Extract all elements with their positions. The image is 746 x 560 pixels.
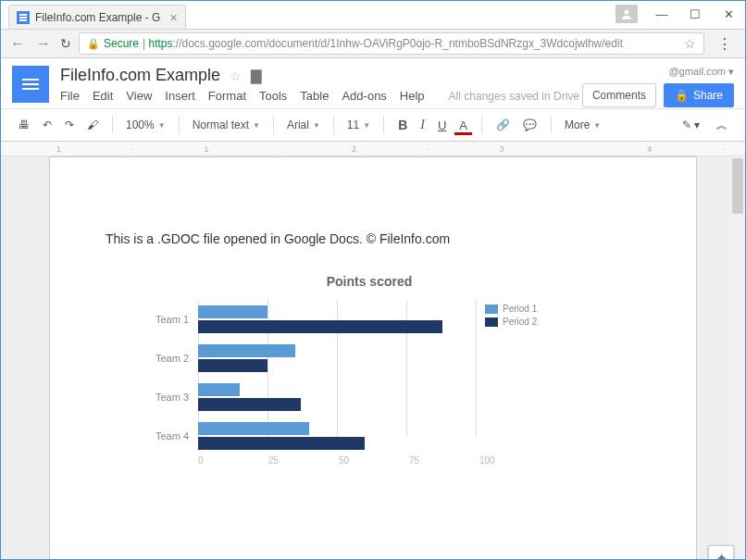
browser-titlebar: FileInfo.com Example - G × — ☐ ✕ [1, 1, 745, 29]
tab-title: FileInfo.com Example - G [35, 11, 160, 24]
undo-icon[interactable]: ↶ [38, 115, 56, 135]
svg-point-0 [625, 10, 629, 15]
zoom-dropdown[interactable]: 100%▼ [122, 117, 169, 133]
menu-help[interactable]: Help [400, 89, 425, 103]
explore-button[interactable]: ✦ [708, 545, 734, 560]
forward-button[interactable]: → [34, 35, 53, 52]
chart-category-label: Team 1 [143, 314, 198, 325]
url-path: ://docs.google.com/document/d/1Inhw-OAVi… [173, 37, 623, 50]
menu-view[interactable]: View [126, 89, 152, 103]
docs-header: FileInfo.com Example ☆ ▇ File Edit View … [1, 58, 745, 103]
chart-row: Team 2 [143, 339, 485, 378]
docs-logo-icon[interactable] [12, 66, 49, 103]
docs-favicon [17, 11, 30, 24]
chart-category-label: Team 4 [143, 430, 198, 442]
comment-icon[interactable]: 💬 [518, 115, 541, 135]
close-tab-icon[interactable]: × [169, 10, 177, 25]
font-dropdown[interactable]: Arial▼ [283, 117, 324, 133]
browser-menu-icon[interactable]: ⋮ [712, 35, 738, 53]
lock-share-icon: 🔒 [675, 89, 689, 102]
bookmark-star-icon[interactable]: ☆ [684, 36, 696, 51]
chart-bar [198, 344, 295, 357]
menu-edit[interactable]: Edit [93, 89, 113, 103]
paint-format-icon[interactable]: 🖌 [82, 115, 103, 135]
chart-category-label: Team 2 [143, 353, 198, 364]
document-title[interactable]: FileInfo.com Example [60, 66, 220, 85]
redo-icon[interactable]: ↷ [60, 115, 79, 135]
more-dropdown[interactable]: More▼ [561, 117, 604, 133]
legend-item: Period 2 [485, 317, 550, 327]
legend-item: Period 1 [485, 304, 550, 314]
window-controls: — ☐ ✕ [615, 1, 745, 27]
editing-mode-icon[interactable]: ✎ ▾ [678, 115, 704, 135]
minimize-button[interactable]: — [645, 1, 678, 27]
browser-tab[interactable]: FileInfo.com Example - G × [8, 5, 186, 29]
reload-button[interactable]: ↻ [60, 36, 71, 51]
italic-button[interactable]: I [416, 114, 429, 136]
menu-table[interactable]: Table [300, 89, 329, 103]
bold-button[interactable]: B [393, 114, 412, 136]
text-color-button[interactable]: A [454, 115, 472, 135]
close-window-button[interactable]: ✕ [712, 1, 745, 27]
chart-bar [198, 422, 309, 435]
menu-tools[interactable]: Tools [259, 89, 287, 103]
menu-addons[interactable]: Add-ons [342, 89, 386, 103]
url-protocol: https [148, 37, 172, 50]
back-button[interactable]: ← [8, 35, 27, 52]
chart-x-axis: 0255075100 [198, 455, 550, 466]
chart-plot: Team 1Team 2Team 3Team 4 [143, 300, 485, 455]
secure-label: Secure [104, 37, 139, 50]
menu-file[interactable]: File [60, 89, 80, 103]
menu-format[interactable]: Format [208, 89, 246, 103]
print-icon[interactable]: 🖶 [14, 115, 34, 135]
maximize-button[interactable]: ☐ [678, 1, 712, 27]
page[interactable]: This is a .GDOC file opened in Google Do… [49, 156, 697, 560]
lock-icon: 🔒 [87, 38, 100, 50]
ruler[interactable]: 1·1·2·3·4·5·6·7 [1, 142, 745, 156]
menu-insert[interactable]: Insert [165, 89, 195, 103]
address-bar: ← → ↻ 🔒 Secure | https ://docs.google.co… [1, 29, 745, 58]
comments-button[interactable]: Comments [582, 83, 656, 107]
url-input[interactable]: 🔒 Secure | https ://docs.google.com/docu… [79, 32, 704, 55]
chart-bar [198, 383, 240, 396]
underline-button[interactable]: U [433, 115, 451, 136]
user-icon[interactable] [615, 5, 638, 23]
chart-category-label: Team 3 [143, 392, 198, 403]
chart-row: Team 1 [143, 300, 485, 339]
scrollbar[interactable] [730, 156, 745, 560]
chart-row: Team 3 [143, 378, 485, 417]
star-doc-icon[interactable]: ☆ [230, 68, 242, 83]
link-icon[interactable]: 🔗 [491, 115, 515, 135]
collapse-icon[interactable]: ︽ [712, 114, 732, 137]
chart-bar [198, 398, 301, 411]
folder-icon[interactable]: ▇ [251, 68, 262, 84]
save-status: All changes saved in Drive [449, 90, 579, 103]
chart[interactable]: Points scored Team 1Team 2Team 3Team 4 P… [143, 274, 550, 466]
toolbar: 🖶 ↶ ↷ 🖌 100%▼ Normal text▼ Arial▼ 11▼ B … [1, 108, 745, 142]
style-dropdown[interactable]: Normal text▼ [189, 117, 264, 133]
account-label[interactable]: @gmail.com ▾ [669, 66, 734, 78]
chart-bar [198, 359, 267, 372]
fontsize-dropdown[interactable]: 11▼ [343, 117, 374, 133]
chart-bar [198, 320, 442, 333]
chart-row: Team 4 [143, 417, 485, 455]
document-area: This is a .GDOC file opened in Google Do… [1, 156, 745, 560]
chart-title: Points scored [189, 274, 550, 289]
chart-bar [198, 305, 267, 318]
body-text[interactable]: This is a .GDOC file opened in Google Do… [106, 231, 640, 246]
share-button[interactable]: 🔒Share [664, 83, 734, 107]
chart-bar [198, 437, 365, 450]
chart-legend: Period 1Period 2 [485, 300, 550, 455]
